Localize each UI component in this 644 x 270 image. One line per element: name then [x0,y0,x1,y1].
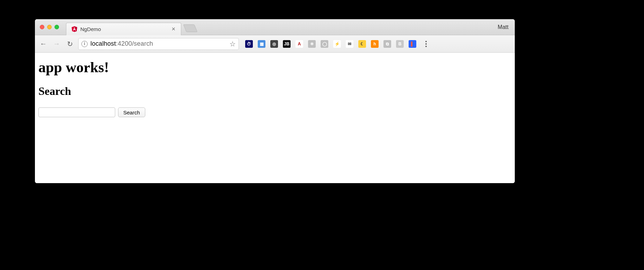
adblock-icon[interactable]: ◎ [270,40,278,48]
browser-toolbar: ← → ↻ i localhost:4200/search ☆ ⏱▦◎JBA⚛◯… [35,35,515,53]
window-close-button[interactable] [40,25,44,29]
url-rest: :4200/search [116,40,153,47]
browser-window: NgDemo × Matt ← → ↻ i localhost:4200/sea… [35,19,515,183]
profile-name[interactable]: Matt [498,24,511,30]
extension-icons: ⏱▦◎JBA⚛◯⚡✉☾h⧉B▌ [245,40,416,48]
new-tab-button[interactable] [183,24,198,32]
forward-button[interactable]: → [52,39,61,49]
react-devtools-icon[interactable]: ⚛ [308,40,316,48]
pagespeed-icon[interactable]: ⏱ [245,40,253,48]
dev-tool-icon[interactable]: ▦ [258,40,265,48]
window-zoom-button[interactable] [54,25,59,29]
page-heading: app works! [38,59,511,76]
search-input[interactable] [38,107,115,117]
traffic-lights [40,25,59,29]
page-subheading: Search [38,85,511,98]
search-button[interactable]: Search [118,107,145,117]
lighthouse-icon[interactable]: ▌ [409,40,416,48]
reload-button[interactable]: ↻ [65,39,75,49]
tab-title: NgDemo [80,26,170,32]
bolt-icon[interactable]: ⚡ [333,40,341,48]
url-text: localhost:4200/search [90,40,227,47]
bookmark-star-icon[interactable]: ☆ [229,40,236,48]
search-form: Search [38,107,511,117]
honey-icon[interactable]: h [371,40,379,48]
browser-tab[interactable]: NgDemo × [66,23,181,35]
angular-icon [71,26,78,32]
window-minimize-button[interactable] [47,25,52,29]
moon-icon[interactable]: ☾ [358,40,366,48]
video-icon[interactable]: ⧉ [383,40,391,48]
back-button[interactable]: ← [38,39,48,49]
browser-menu-button[interactable] [422,41,430,47]
font-a-icon[interactable]: A [295,40,303,48]
url-host: localhost [90,40,116,47]
blogger-icon[interactable]: B [396,40,404,48]
tab-close-button[interactable]: × [170,26,177,32]
site-info-icon[interactable]: i [81,41,88,47]
page-viewport: app works! Search Search [35,53,515,183]
jetbrains-icon[interactable]: JB [283,40,291,48]
window-titlebar: NgDemo × Matt [35,19,515,35]
mail-icon[interactable]: ✉ [346,40,353,48]
greyscale-icon[interactable]: ◯ [321,40,328,48]
address-bar[interactable]: i localhost:4200/search ☆ [78,38,239,50]
